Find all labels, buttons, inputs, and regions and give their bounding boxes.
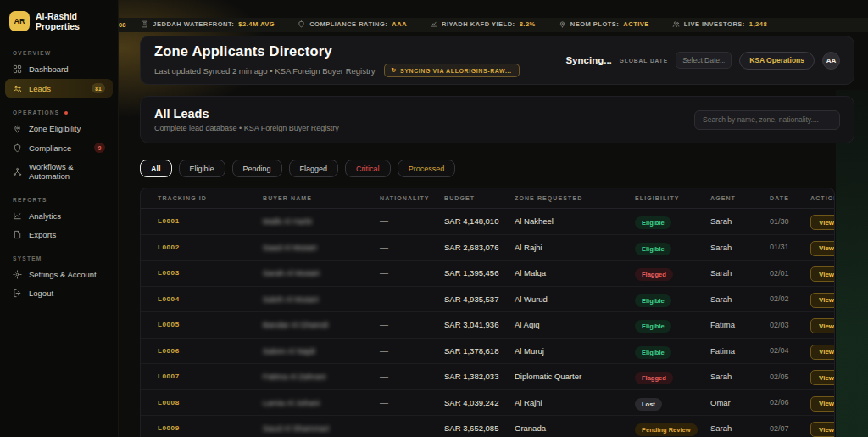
nationality-value: — — [380, 346, 444, 356]
tracking-id-link[interactable]: L0006 — [158, 347, 263, 355]
filter-eligible[interactable]: Eligible — [179, 160, 225, 177]
filter-all[interactable]: All — [140, 160, 172, 177]
workflow-icon — [13, 167, 22, 176]
zone-value: Diplomatic Quarter — [515, 372, 635, 381]
agent-value: Fatima — [710, 346, 770, 356]
filter-flagged[interactable]: Flagged — [289, 160, 339, 177]
shield-icon — [13, 143, 22, 153]
budget-value: SAR 1,378,618 — [444, 346, 515, 356]
budget-value: SAR 4,148,010 — [444, 216, 515, 226]
eligibility-cell: Lost — [635, 395, 710, 411]
view-button[interactable]: View — [810, 318, 835, 333]
view-button[interactable]: View — [810, 266, 835, 282]
sidebar-item-label: Logout — [29, 289, 53, 298]
date-value: 01/30 — [770, 217, 810, 226]
main-area: 08 JEDDAH WATERFRONT:$2.4M AVGCOMPLIANCE… — [119, 0, 868, 437]
eligibility-badge: Eligible — [635, 346, 671, 359]
zone-value: Al Malqa — [515, 268, 635, 277]
buyer-name-redacted: Salem Al Najdi — [263, 346, 380, 356]
budget-value: SAR 4,039,242 — [444, 398, 515, 407]
action-cell: View — [810, 290, 835, 308]
sidebar-item-leads[interactable]: Leads81 — [5, 79, 113, 98]
buyer-name-redacted: Sarah Al Mutairi — [263, 268, 380, 277]
ticker-partial-value: 08 — [119, 21, 125, 29]
nav-section-label: OVERVIEW — [0, 46, 118, 59]
sidebar-item-dashboard[interactable]: Dashboard — [5, 60, 113, 78]
view-button[interactable]: View — [810, 396, 835, 412]
view-button[interactable]: View — [810, 241, 835, 256]
agent-value: Omar — [710, 398, 770, 407]
eligibility-badge: Eligible — [635, 320, 671, 333]
sidebar-item-settings-and-account[interactable]: Settings & Account — [5, 266, 113, 283]
budget-value: SAR 3,041,936 — [444, 320, 515, 329]
sidebar-nav: OVERVIEWDashboardLeads81OPERATIONSZone E… — [0, 46, 118, 302]
sync-badge-label: SYNCING VIA ALLORIGINS-RAW... — [400, 68, 512, 74]
nationality-value: — — [380, 320, 444, 329]
view-button[interactable]: View — [810, 293, 835, 308]
ticker-value: ACTIVE — [623, 20, 649, 28]
table-row: L0003Sarah Al Mutairi—SAR 1,395,456Al Ma… — [141, 261, 834, 287]
search-input[interactable] — [694, 110, 840, 130]
filter-pending[interactable]: Pending — [232, 160, 282, 177]
ticker-label: NEOM PLOTS: — [570, 20, 620, 28]
view-button[interactable]: View — [810, 370, 835, 385]
all-leads-card: All Leads Complete lead database • KSA F… — [140, 96, 854, 143]
eligibility-cell: Eligible — [635, 291, 710, 307]
nationality-value: — — [380, 243, 444, 252]
nationality-value: — — [380, 423, 444, 433]
date-value: 02/05 — [770, 373, 810, 381]
tracking-id-link[interactable]: L0001 — [158, 217, 263, 225]
ksa-operations-button[interactable]: KSA Operations — [739, 52, 815, 70]
zone-value: Al Muruj — [515, 346, 635, 356]
sidebar-item-analytics[interactable]: Analytics — [5, 207, 113, 225]
filter-pills: AllEligiblePendingFlaggedCriticalProcess… — [140, 160, 854, 177]
content: Zone Applicants Directory Last updated S… — [140, 36, 854, 437]
tracking-id-link[interactable]: L0004 — [158, 295, 263, 303]
alert-dot — [64, 111, 68, 115]
shield-icon — [298, 20, 305, 28]
view-button[interactable]: View — [810, 215, 835, 230]
date-value: 02/02 — [770, 294, 810, 303]
sidebar-item-zone-eligibility[interactable]: Zone Eligibility — [5, 120, 113, 137]
sidebar-item-label: Zone Eligibility — [29, 124, 81, 133]
eligibility-badge: Eligible — [635, 216, 671, 229]
date-value: 02/03 — [770, 321, 810, 329]
tracking-id-link[interactable]: L0008 — [158, 399, 263, 406]
ticker-item-riyadh-kafd-yield: RIYADH KAFD YIELD:8.2% — [430, 20, 536, 28]
app-root: AR Al-Rashid Properties OVERVIEWDashboar… — [0, 0, 868, 437]
agent-value: Sarah — [710, 423, 770, 433]
eligibility-badge: Pending Review — [635, 423, 698, 436]
avatar[interactable]: AA — [822, 52, 840, 70]
budget-value: SAR 4,935,537 — [444, 294, 515, 304]
tracking-id-link[interactable]: L0003 — [158, 269, 263, 277]
sidebar-item-logout[interactable]: Logout — [5, 284, 113, 302]
col-header-date: DATE — [770, 195, 810, 201]
sync-source-badge[interactable]: ↻ SYNCING VIA ALLORIGINS-RAW... — [384, 64, 520, 77]
filter-critical[interactable]: Critical — [345, 160, 391, 177]
sidebar-item-exports[interactable]: Exports — [5, 226, 113, 244]
sidebar-item-label: Exports — [29, 230, 56, 239]
syncing-status: Syncing... — [565, 55, 611, 65]
filter-processed[interactable]: Processed — [398, 160, 456, 177]
tracking-id-link[interactable]: L0002 — [158, 244, 263, 251]
buyer-name-redacted: Bandar Al Ghamdi — [263, 320, 380, 329]
export-file-icon — [13, 230, 22, 239]
view-button[interactable]: View — [810, 422, 835, 437]
tracking-id-link[interactable]: L0005 — [158, 321, 263, 328]
tracking-id-link[interactable]: L0007 — [158, 373, 263, 380]
agent-value: Sarah — [710, 268, 770, 277]
action-cell: View — [810, 265, 835, 283]
date-value: 02/06 — [770, 398, 810, 406]
date-input[interactable] — [676, 52, 732, 69]
sidebar-item-workflows-and-automation[interactable]: Workflows & Automation — [5, 158, 113, 185]
buyer-name-redacted: Lamia Al Juhani — [263, 398, 380, 407]
all-leads-card-left: All Leads Complete lead database • KSA F… — [154, 107, 339, 132]
table-row: L0007Fatima Al Zahrani—SAR 1,382,033Dipl… — [141, 364, 834, 390]
table-header-row: TRACKING IDBUYER NAMENATIONALITYBUDGETZO… — [141, 188, 834, 209]
view-button[interactable]: View — [810, 345, 835, 360]
sidebar-item-compliance[interactable]: Compliance9 — [5, 138, 113, 157]
brand[interactable]: AR Al-Rashid Properties — [0, 9, 118, 38]
tracking-id-link[interactable]: L0009 — [158, 424, 263, 432]
agent-value: Sarah — [710, 294, 770, 304]
sidebar-item-label: Leads — [29, 84, 51, 93]
